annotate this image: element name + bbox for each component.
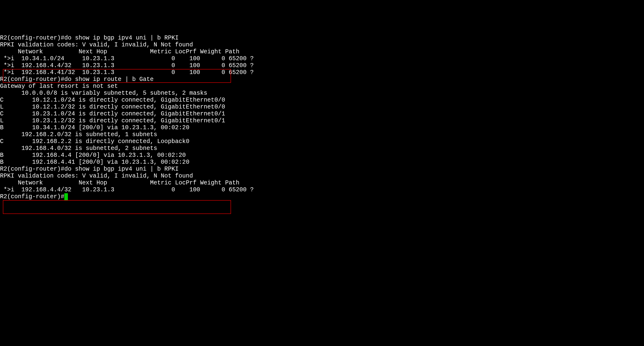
cursor[interactable] (64, 193, 68, 200)
terminal-line: 192.168.4.0/32 is subnetted, 2 subnets (0, 145, 644, 152)
terminal-line: B 192.168.4.41 [200/0] via 10.23.1.3, 00… (0, 159, 644, 166)
terminal-line: *>i 192.168.4.41/32 10.23.1.3 0 100 0 65… (0, 69, 644, 76)
terminal-line: R2(config-router)#do show ip bgp ipv4 un… (0, 34, 644, 41)
terminal-line: B 10.34.1.0/24 [200/0] via 10.23.1.3, 00… (0, 124, 644, 131)
terminal-line: R2(config-router)#do show ip bgp ipv4 un… (0, 166, 644, 173)
terminal-line: *>i 10.34.1.0/24 10.23.1.3 0 100 0 65200… (0, 55, 644, 62)
terminal-line: 192.168.2.0/32 is subnetted, 1 subnets (0, 131, 644, 138)
terminal-line: C 10.23.1.0/24 is directly connected, Gi… (0, 110, 644, 117)
prompt: R2(config-router)# (0, 76, 64, 83)
terminal-line: L 10.23.1.2/32 is directly connected, Gi… (0, 117, 644, 124)
terminal-line: Network Next Hop Metric LocPrf Weight Pa… (0, 179, 644, 186)
highlight-box (3, 200, 231, 214)
terminal-line: *>i 192.168.4.4/32 10.23.1.3 0 100 0 652… (0, 62, 644, 69)
command-text: do show ip route | b Gate (64, 76, 154, 83)
terminal-line: 10.0.0.0/8 is variably subnetted, 5 subn… (0, 90, 644, 97)
terminal-line: R2(config-router)#do show ip route | b G… (0, 76, 644, 83)
terminal-line: L 10.12.1.2/32 is directly connected, Gi… (0, 103, 644, 110)
terminal-line: Gateway of last resort is not set (0, 83, 644, 90)
terminal-line: RPKI validation codes: V valid, I invali… (0, 41, 644, 48)
terminal-line: Network Next Hop Metric LocPrf Weight Pa… (0, 48, 644, 55)
prompt: R2(config-router)# (0, 166, 64, 173)
command-text: do show ip bgp ipv4 uni | b RPKI (64, 166, 178, 173)
terminal-line: B 192.168.4.4 [200/0] via 10.23.1.3, 00:… (0, 152, 644, 159)
terminal-line: *>i 192.168.4.4/32 10.23.1.3 0 100 0 652… (0, 186, 644, 193)
command-text: do show ip bgp ipv4 uni | b RPKI (64, 34, 178, 41)
terminal-line: C 10.12.1.0/24 is directly connected, Gi… (0, 97, 644, 103)
prompt: R2(config-router)# (0, 34, 64, 41)
terminal-output: R2(config-router)#do show ip bgp ipv4 un… (0, 34, 644, 200)
terminal-line: C 192.168.2.2 is directly connected, Loo… (0, 138, 644, 145)
terminal-line: R2(config-router)# (0, 193, 644, 200)
terminal-line: RPKI validation codes: V valid, I invali… (0, 173, 644, 179)
prompt: R2(config-router)# (0, 193, 64, 200)
